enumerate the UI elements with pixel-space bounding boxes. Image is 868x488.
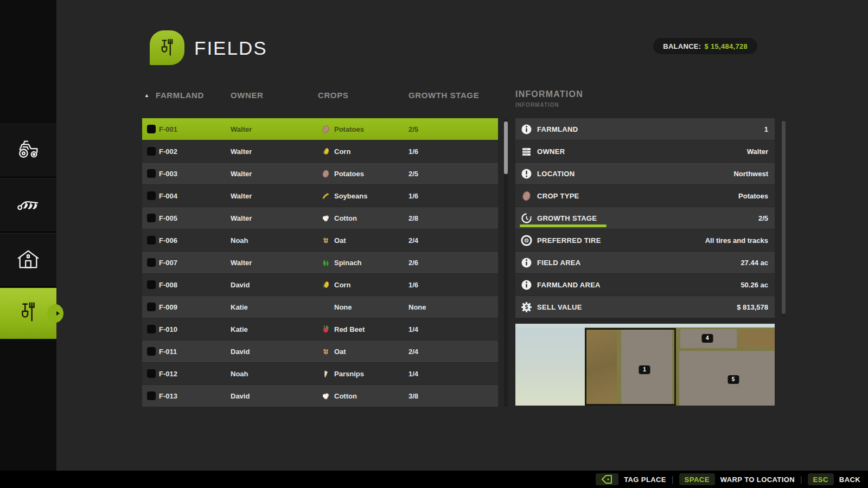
info-row: PREFERRED TIREAll tires and tracks [515, 229, 775, 251]
crop-name: Cotton [334, 214, 357, 222]
row-checkbox[interactable] [147, 125, 156, 133]
key-space[interactable]: SPACE [679, 473, 715, 485]
farmland-id: F-004 [159, 192, 177, 200]
crop-name: Spinach [334, 259, 362, 267]
soybean-icon [321, 191, 330, 201]
footer-keybar: TAG PLACE|SPACEWARP TO LOCATION|ESCBACK [0, 471, 868, 488]
table-scrollbar-thumb[interactable] [504, 121, 508, 174]
row-checkbox[interactable] [147, 325, 156, 333]
parsnip-icon [321, 369, 330, 378]
column-header-crops[interactable]: CROPS [318, 91, 348, 100]
sidebar-item-buildings[interactable] [0, 233, 56, 287]
field-minimap[interactable]: 145 [515, 324, 775, 406]
key-hint-warp-to-location[interactable]: SPACEWARP TO LOCATION [679, 473, 795, 485]
hint-separator: | [800, 475, 802, 484]
hint-separator: | [672, 475, 674, 484]
row-checkbox[interactable] [147, 280, 156, 289]
info-value: Potatoes [738, 192, 768, 200]
map-field-badge[interactable]: 5 [727, 375, 739, 384]
info-label: GROWTH STAGE [537, 214, 597, 222]
growth-stage: None [409, 303, 426, 311]
sidebar-item-implements[interactable] [0, 178, 56, 232]
table-row[interactable]: F-005WalterCotton2/8 [142, 207, 498, 229]
crop-cell: Corn [321, 147, 350, 156]
tag-icon[interactable] [596, 473, 618, 485]
sidebar-item-vehicles[interactable] [0, 124, 56, 177]
info-label: LOCATION [537, 170, 575, 178]
info-label: CROP TYPE [537, 192, 579, 200]
info-label: FARMLAND [537, 125, 578, 133]
table-row[interactable]: F-006NoahOat2/4 [142, 229, 498, 251]
key-hint-back[interactable]: ESCBACK [808, 473, 860, 485]
crop-cell: Soybeans [321, 191, 367, 201]
row-checkbox[interactable] [147, 191, 156, 200]
info-label: FIELD AREA [537, 259, 581, 267]
table-row[interactable]: F-003WalterPotatoes2/5 [142, 163, 498, 184]
map-field-badge[interactable]: 4 [701, 334, 713, 343]
info-label: PREFERRED TIRE [537, 236, 601, 245]
info-label: OWNER [537, 147, 565, 156]
key-esc[interactable]: ESC [808, 473, 834, 485]
sidebar [0, 0, 56, 471]
info-scrollbar[interactable] [782, 118, 786, 318]
owner-name: Katie [231, 325, 248, 333]
column-header-growth-stage[interactable]: GROWTH STAGE [409, 91, 479, 100]
growth-stage: 2/6 [409, 259, 418, 267]
spinach-icon [321, 258, 330, 267]
farmland-id: F-012 [159, 370, 177, 378]
crop-name: None [334, 303, 352, 311]
table-row[interactable]: F-012NoahParsnips1/4 [142, 363, 498, 384]
row-checkbox[interactable] [147, 347, 156, 356]
table-row[interactable]: F-001WalterPotatoes2/5 [142, 118, 498, 140]
table-row[interactable]: F-010KatieRed Beet1/4 [142, 318, 498, 340]
row-checkbox[interactable] [147, 391, 156, 400]
info-scrollbar-thumb[interactable] [782, 121, 786, 314]
map-field-badge[interactable]: 1 [639, 365, 650, 374]
info-value: 1 [764, 125, 768, 133]
crop-cell: Potatoes [321, 169, 364, 178]
page-title: FIELDS [194, 37, 267, 59]
balance-value: $ 15,484,728 [704, 42, 748, 50]
table-row[interactable]: F-004WalterSoybeans1/6 [142, 185, 498, 207]
column-header-owner[interactable]: OWNER [231, 91, 264, 100]
table-row[interactable]: F-011DavidOat2/4 [142, 341, 498, 362]
key-hint-tag-place[interactable]: TAG PLACE [596, 473, 666, 485]
info-panel-title: INFORMATION [515, 89, 583, 99]
row-checkbox[interactable] [147, 303, 156, 311]
row-checkbox[interactable] [147, 214, 156, 222]
row-checkbox[interactable] [147, 258, 156, 267]
table-row[interactable]: F-002WalterCorn1/6 [142, 140, 498, 162]
table-row[interactable]: F-009KatieNoneNone [142, 296, 498, 318]
crop-cell: Potatoes [321, 125, 364, 134]
growth-stage: 2/8 [409, 214, 418, 222]
info-row: GROWTH STAGE2/5 [515, 207, 775, 229]
crop-cell: Oat [321, 236, 346, 245]
table-scrollbar[interactable] [504, 119, 508, 407]
potato-icon [521, 190, 532, 202]
balance-badge: BALANCE: $ 15,484,728 [653, 38, 757, 54]
info-circle-icon [521, 257, 532, 268]
table-row[interactable]: F-013DavidCotton3/8 [142, 385, 498, 407]
crop-cell: Cotton [321, 391, 357, 401]
map-selected-farmland-outline [585, 328, 676, 406]
info-row: FIELD AREA27.44 ac [515, 252, 775, 273]
table-row[interactable]: F-007WalterSpinach2/6 [142, 252, 498, 273]
info-label: SELL VALUE [537, 303, 582, 311]
info-row: CROP TYPEPotatoes [515, 185, 775, 207]
column-header-farmland[interactable]: FARMLAND [156, 91, 204, 100]
growth-stage: 1/6 [409, 281, 418, 289]
sidebar-item-fields[interactable] [0, 288, 56, 339]
growth-clock-icon [521, 213, 532, 224]
row-checkbox[interactable] [147, 169, 156, 178]
owner-name: Katie [231, 303, 248, 311]
farmland-id: F-008 [159, 281, 177, 289]
row-checkbox[interactable] [147, 369, 156, 378]
owner-name: Noah [231, 236, 248, 245]
svg-text:$: $ [525, 304, 528, 310]
row-checkbox[interactable] [147, 236, 156, 245]
row-checkbox[interactable] [147, 147, 156, 156]
table-row[interactable]: F-008DavidCorn1/6 [142, 274, 498, 296]
info-label: FARMLAND AREA [537, 281, 601, 289]
farmland-id: F-001 [159, 125, 177, 133]
cotton-icon [321, 214, 330, 223]
